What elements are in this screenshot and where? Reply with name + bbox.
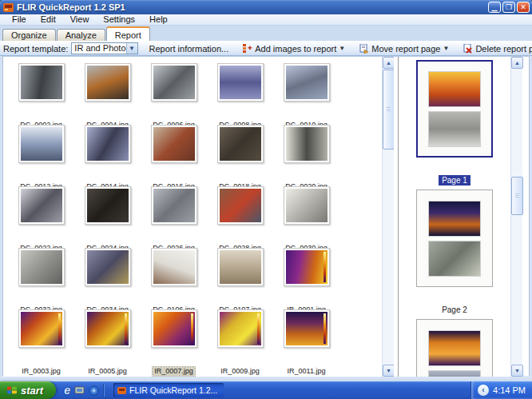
- image-thumbnail[interactable]: [151, 63, 197, 102]
- maximize-button[interactable]: ❐: [502, 2, 515, 13]
- image-thumbnail[interactable]: [85, 63, 131, 102]
- gallery-item[interactable]: DC_0022.jpg: [8, 185, 74, 246]
- gallery-item[interactable]: IR_0005.jpg: [74, 308, 141, 369]
- gallery-item[interactable]: DC_0107.jpg: [207, 246, 273, 308]
- gallery-item[interactable]: DC_0020.jpg: [273, 123, 339, 185]
- gallery-item[interactable]: DC_0106.jpg: [141, 246, 207, 308]
- tab-analyze[interactable]: Analyze: [57, 29, 105, 41]
- internet-explorer-icon[interactable]: e: [64, 384, 70, 397]
- scrollbar-thumb[interactable]: [383, 70, 395, 150]
- report-page-preview[interactable]: [416, 190, 493, 287]
- gallery-item[interactable]: DC_0024.jpg: [74, 185, 141, 246]
- report-template-combobox[interactable]: IR and Photo ▼: [71, 42, 137, 54]
- image-thumbnail[interactable]: [85, 309, 131, 348]
- gallery-item[interactable]: DC_0034.jpg: [74, 246, 141, 308]
- tab-report[interactable]: Report: [106, 26, 150, 41]
- thumbnail-picture: [220, 250, 261, 284]
- menu-file[interactable]: File: [5, 14, 34, 25]
- delete-page-button[interactable]: Delete report page ▼: [460, 43, 532, 54]
- report-page-item[interactable]: Page 2: [399, 190, 510, 316]
- gallery-item[interactable]: DC_0006.jpg: [141, 62, 207, 123]
- image-thumbnail[interactable]: [18, 248, 65, 286]
- add-images-button[interactable]: Add images to report ▼: [240, 43, 348, 54]
- image-thumbnail[interactable]: [217, 309, 264, 348]
- gallery-item[interactable]: DC_0028.jpg: [207, 185, 273, 246]
- tray-chevron-icon[interactable]: ‹: [478, 385, 489, 396]
- start-button[interactable]: start: [0, 381, 56, 399]
- image-thumbnail[interactable]: [18, 309, 65, 348]
- move-page-button[interactable]: Move report page ▼: [356, 43, 452, 54]
- scroll-up-button[interactable]: ▲: [383, 57, 395, 69]
- image-filename: IR_0005.jpg: [86, 367, 129, 376]
- move-page-dropdown-icon[interactable]: ▼: [443, 45, 449, 52]
- tab-strip: Organize Analyze Report: [0, 26, 532, 41]
- page-ir-image: [428, 330, 481, 366]
- menu-view[interactable]: View: [63, 14, 97, 25]
- image-thumbnail[interactable]: [85, 125, 131, 163]
- image-thumbnail[interactable]: [217, 186, 264, 225]
- image-thumbnail[interactable]: [85, 186, 131, 225]
- media-player-icon[interactable]: [89, 385, 99, 396]
- add-images-label: Add images to report: [255, 44, 336, 54]
- image-thumbnail[interactable]: [151, 186, 197, 225]
- image-thumbnail[interactable]: [284, 125, 330, 163]
- report-page-preview[interactable]: [416, 60, 493, 158]
- scroll-down-button[interactable]: ▼: [511, 365, 523, 377]
- image-thumbnail[interactable]: [217, 125, 264, 163]
- image-thumbnail[interactable]: [151, 248, 197, 286]
- report-page-item[interactable]: Page 1: [399, 60, 510, 186]
- image-thumbnail[interactable]: [151, 125, 197, 163]
- scroll-down-button[interactable]: ▼: [383, 365, 395, 377]
- gallery-item[interactable]: DC_0030.jpg: [273, 185, 339, 246]
- gallery-item[interactable]: DC_0012.jpg: [8, 123, 74, 185]
- close-button[interactable]: ✕: [517, 2, 530, 13]
- gallery-item[interactable]: DC_0016.jpg: [141, 123, 207, 185]
- report-page-preview[interactable]: [416, 319, 493, 377]
- report-information-button[interactable]: Report information...: [146, 43, 232, 54]
- gallery-item[interactable]: IR_0001.jpg: [273, 246, 339, 308]
- gallery-item[interactable]: IR_0003.jpg: [8, 308, 74, 369]
- thumbnail-picture: [21, 66, 62, 99]
- scrollbar-thumb[interactable]: [511, 177, 523, 215]
- gallery-item[interactable]: DC_0032.jpg: [8, 246, 74, 308]
- minimize-button[interactable]: ▁: [488, 2, 501, 13]
- gallery-item[interactable]: DC_0014.jpg: [74, 123, 141, 185]
- add-images-dropdown-icon[interactable]: ▼: [339, 45, 345, 52]
- gallery-item[interactable]: DC_0010.jpg: [273, 62, 339, 123]
- image-thumbnail[interactable]: [18, 63, 65, 102]
- image-thumbnail[interactable]: [217, 248, 264, 286]
- gallery-item[interactable]: IR_0009.jpg: [207, 308, 273, 369]
- image-thumbnail[interactable]: [217, 63, 264, 102]
- image-thumbnail[interactable]: [284, 186, 330, 225]
- gallery-item[interactable]: DC_0008.jpg: [207, 62, 273, 123]
- pages-scrollbar[interactable]: ▲ ▼: [510, 57, 522, 377]
- gallery-scrollbar[interactable]: ▲ ▼: [382, 57, 394, 377]
- image-thumbnail[interactable]: [151, 309, 197, 348]
- show-desktop-icon[interactable]: [74, 385, 85, 396]
- report-page-item[interactable]: [399, 319, 510, 377]
- menu-edit[interactable]: Edit: [34, 14, 63, 25]
- combo-dropdown-icon[interactable]: ▼: [126, 43, 137, 54]
- tab-organize[interactable]: Organize: [2, 29, 56, 41]
- task-label: FLIR QuickReport 1.2...: [129, 385, 217, 395]
- image-thumbnail[interactable]: [18, 125, 65, 163]
- gallery-item[interactable]: DC_0018.jpg: [207, 123, 273, 185]
- image-thumbnail[interactable]: [284, 248, 330, 286]
- taskbar-task-flir[interactable]: FLIR QuickReport 1.2...: [113, 383, 224, 397]
- thumbnail-picture: [153, 189, 195, 222]
- image-thumbnail[interactable]: [284, 309, 330, 348]
- gallery-item[interactable]: IR_0011.jpg: [273, 308, 339, 369]
- gallery-item[interactable]: DC_0002.jpg: [8, 62, 74, 123]
- scroll-up-button[interactable]: ▲: [511, 57, 523, 69]
- thumbnail-picture: [153, 66, 195, 99]
- gallery-item[interactable]: IR_0007.jpg: [141, 308, 207, 369]
- gallery-item[interactable]: DC_0026.jpg: [141, 185, 207, 246]
- title-bar: FLIR QuickReport 1.2 SP1 ▁ ❐ ✕: [0, 0, 532, 14]
- image-thumbnail[interactable]: [18, 186, 65, 225]
- image-thumbnail[interactable]: [284, 63, 330, 102]
- menu-settings[interactable]: Settings: [96, 14, 142, 25]
- image-thumbnail[interactable]: [85, 248, 131, 286]
- thumbnail-picture: [87, 312, 129, 345]
- menu-help[interactable]: Help: [142, 14, 175, 25]
- gallery-item[interactable]: DC_0004.jpg: [74, 62, 141, 123]
